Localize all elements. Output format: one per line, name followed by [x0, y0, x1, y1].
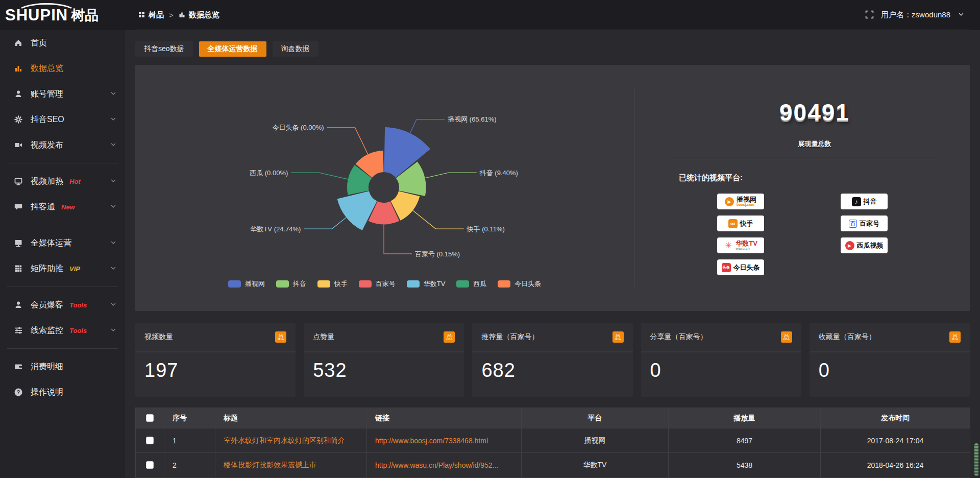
sidebar: 首页数据总览账号管理抖音SEO视频发布视频加热Hot抖客通New全媒体运营矩阵助…	[0, 30, 125, 478]
breadcrumb-separator: >	[169, 11, 174, 19]
platform-badge-sub: boosj.com	[737, 203, 754, 207]
pie-label-line	[410, 119, 445, 133]
platform-badge-name: 西瓜视频	[857, 242, 884, 249]
video-icon	[14, 140, 23, 150]
cell-index: 2	[164, 453, 215, 477]
platform-badge-name: 百家号	[860, 220, 879, 227]
legend-label: 今日头条	[514, 279, 541, 289]
sidebar-item-badge: Tools	[69, 327, 87, 334]
sidebar-divider	[7, 163, 118, 163]
pie-label-line	[384, 225, 412, 254]
fullscreen-icon[interactable]	[865, 10, 874, 20]
app-logo[interactable]: SHUPIN 树品	[5, 3, 122, 28]
column-header-5: 发布时间	[821, 408, 970, 428]
sidebar-item-10[interactable]: 矩阵助推VIP	[0, 256, 125, 281]
column-header-1: 标题	[215, 408, 367, 428]
pie-label-line	[425, 173, 477, 178]
tab-0[interactable]: 抖音seo数据	[135, 41, 193, 57]
username-label[interactable]: 用户名：zswodun88	[881, 10, 950, 20]
pie-label-line	[413, 210, 464, 229]
data-tabs: 抖音seo数据全媒体运营数据询盘数据	[135, 41, 970, 57]
sidebar-item-15[interactable]: 消费明细	[0, 354, 125, 379]
platform-badge-4: ♪抖音	[841, 194, 888, 209]
home-icon	[14, 38, 23, 47]
chat-icon	[14, 202, 23, 211]
sliders-icon	[14, 326, 23, 335]
scrollbar-thumb[interactable]	[974, 443, 978, 476]
legend-swatch	[456, 280, 469, 288]
logo-arc-decoration	[16, 3, 77, 22]
total-badge: 总	[949, 331, 961, 343]
column-header-0: 序号	[164, 408, 215, 428]
cell-title-link[interactable]: 室外水纹灯和室内水纹灯的区别和简介	[215, 428, 367, 453]
stat-card-value: 682	[472, 352, 632, 381]
sidebar-item-label: 视频加热	[31, 176, 63, 187]
sidebar-item-0[interactable]: 首页	[0, 30, 125, 56]
total-badge: 总	[275, 331, 286, 343]
legend-item-2[interactable]: 快手	[317, 279, 348, 289]
chart-legend: 播视网抖音快手百家号华数TV西瓜今日头条	[135, 279, 634, 289]
legend-item-5[interactable]: 西瓜	[456, 279, 486, 289]
row-checkbox[interactable]	[146, 461, 154, 469]
stat-card-title: 收藏量（百家号）	[819, 332, 876, 342]
row-checkbox[interactable]	[146, 437, 154, 444]
sidebar-item-13[interactable]: 线索监控Tools	[0, 318, 125, 343]
cell-url-link[interactable]: http://www.wasu.cn/Play/show/id/952...	[367, 453, 522, 477]
sidebar-item-12[interactable]: 会员爆客Tools	[0, 292, 125, 318]
sidebar-item-7[interactable]: 抖客通New	[0, 194, 125, 220]
cell-url-link[interactable]: http://www.boosj.com/7338468.html	[367, 428, 522, 453]
platform-badge-6: ▶西瓜视频	[841, 237, 888, 253]
select-all-checkbox[interactable]	[146, 414, 154, 422]
total-impressions-label: 展现量总数	[659, 139, 970, 149]
sidebar-item-2[interactable]: 账号管理	[0, 81, 125, 107]
wasu-icon: ✳	[724, 241, 733, 250]
platform-badge-5: 百百家号	[841, 216, 888, 231]
platform-badge-0: ▶播视网boosj.com	[717, 194, 764, 209]
baijiahao-icon: 百	[849, 220, 857, 228]
sidebar-item-6[interactable]: 视频加热Hot	[0, 169, 125, 194]
svg-text:?: ?	[17, 389, 20, 395]
cell-platform: 华数TV	[522, 453, 669, 477]
legend-item-4[interactable]: 华数TV	[407, 279, 446, 289]
breadcrumb-root[interactable]: 树品	[149, 10, 164, 20]
stat-card-value: 532	[304, 352, 464, 381]
sidebar-item-1[interactable]: 数据总览	[0, 56, 125, 81]
main-content: 抖音seo数据全媒体运营数据询盘数据 播视网 (65.61%)抖音 (9.40%…	[125, 30, 980, 478]
sidebar-item-label: 矩阵助推	[31, 264, 63, 274]
total-badge: 总	[444, 331, 455, 343]
bar-chart-icon	[179, 11, 185, 19]
chevron-down-icon	[110, 239, 117, 248]
table-header-row: 序号标题链接平台播放量发布时间	[136, 408, 970, 428]
sidebar-item-9[interactable]: 全媒体运营	[0, 230, 125, 256]
sidebar-item-4[interactable]: 视频发布	[0, 132, 125, 158]
platform-badge-3: 头条今日头条	[717, 259, 764, 275]
sidebar-item-label: 线索监控	[31, 325, 63, 336]
kuaishou-icon: ∞	[728, 219, 738, 228]
sidebar-item-3[interactable]: 抖音SEO	[0, 107, 125, 132]
sidebar-item-16[interactable]: ?操作说明	[0, 379, 125, 405]
chart-bars-icon	[14, 64, 23, 73]
grid-icon	[138, 11, 145, 19]
stat-card-header: 收藏量（百家号）总	[810, 323, 970, 352]
legend-item-6[interactable]: 今日头条	[498, 279, 541, 289]
pie-slice-4[interactable]	[337, 191, 377, 230]
tab-1[interactable]: 全媒体运营数据	[199, 41, 266, 57]
chevron-down-icon[interactable]	[958, 11, 965, 19]
stat-card-header: 分享量（百家号）总	[641, 323, 801, 352]
cell-title-link[interactable]: 楼体投影灯投影效果震撼上市	[215, 453, 367, 477]
total-badge: 总	[612, 331, 624, 343]
tab-2[interactable]: 询盘数据	[273, 41, 318, 57]
cell-published: 2018-04-26 16:24	[821, 453, 970, 477]
member-icon	[14, 300, 23, 309]
rose-pie-chart[interactable]: 播视网 (65.61%)抖音 (9.40%)快手 (0.11%)百家号 (0.1…	[135, 65, 634, 277]
legend-item-0[interactable]: 播视网	[228, 279, 265, 289]
table-row-1: 2楼体投影灯投影效果震撼上市http://www.wasu.cn/Play/sh…	[136, 453, 970, 477]
legend-item-3[interactable]: 百家号	[359, 279, 396, 289]
legend-label: 播视网	[245, 279, 265, 289]
stat-card-header: 点赞量总	[304, 323, 464, 352]
legend-item-1[interactable]: 抖音	[276, 279, 306, 289]
table-row-0: 1室外水纹灯和室内水纹灯的区别和简介http://www.boosj.com/7…	[136, 428, 970, 453]
breadcrumb-current[interactable]: 数据总览	[189, 10, 219, 20]
platform-badges: ▶播视网boosj.com∞快手✳华数TVwasu.cn头条今日头条♪抖音百百家…	[717, 194, 888, 275]
sidebar-item-label: 首页	[31, 38, 47, 49]
